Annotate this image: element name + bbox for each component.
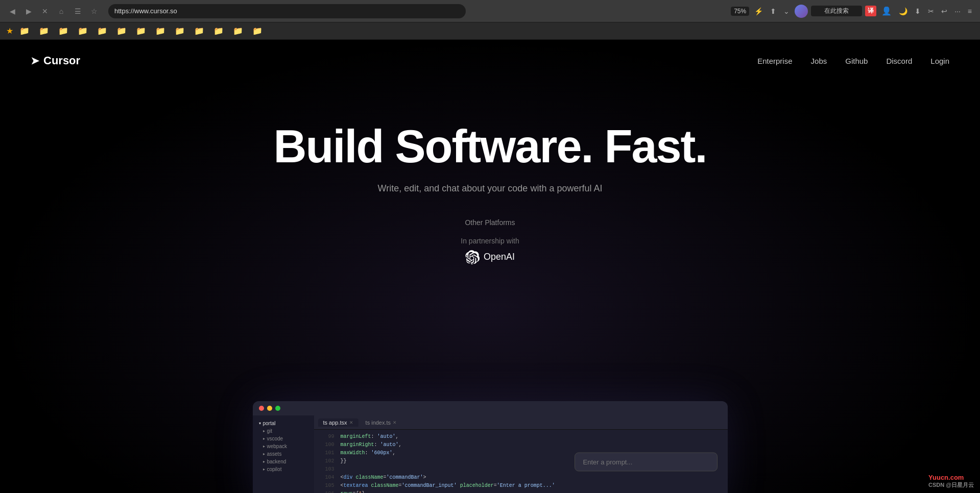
browser-topbar: ◀ ▶ ✕ ⌂ ☰ ☆ https://www.cursor.so 75% ⚡ … [0,0,980,22]
nav-discord[interactable]: Discord [886,57,912,65]
tab-app-tsx[interactable]: ts app.tsx ✕ [318,418,358,427]
folder-icon: 📁 [233,26,243,36]
line-number: 104 [320,474,334,482]
sidebar-label: copilot [267,466,282,472]
sidebar-item-git[interactable]: ▸ git [256,427,311,435]
ai-prompt-placeholder: Enter a prompt... [583,458,633,466]
ai-prompt-box[interactable]: Enter a prompt... [575,453,718,472]
sidebar-item-backend[interactable]: ▸ backend [256,458,311,465]
menu-button[interactable]: ≡ [966,6,974,16]
openai-icon [465,250,480,264]
chevron-right-icon: ▸ [263,452,265,456]
search-box[interactable]: 在此搜索 [811,6,862,16]
tab-close-icon[interactable]: ✕ [393,420,397,425]
code-line: 104 <div className='commandBar'> [314,474,728,482]
bookmark-item[interactable]: 📁 [191,25,207,37]
site-logo[interactable]: ➤ Cursor [31,54,80,67]
bookmark-item[interactable]: 📁 [133,25,149,37]
home-button[interactable]: ⌂ [55,5,67,17]
sidebar-item-webpack[interactable]: ▸ webpack [256,442,311,450]
code-text: maxWidth: '600px', [341,449,396,457]
folder-icon: 📁 [213,26,224,36]
tab-label: ts app.tsx [323,420,347,426]
code-line: 99 marginLeft: 'auto', [314,433,728,441]
bookmark-item[interactable]: 📁 [75,25,91,37]
line-number: 101 [320,449,334,457]
profile-icon[interactable]: 👤 [879,5,894,17]
chevron-right-icon: ▸ [263,467,265,472]
sidebar-label: backend [267,459,286,464]
bookmarks-button[interactable]: ☰ [71,5,84,17]
moon-icon[interactable]: 🌙 [897,6,910,16]
openai-logo[interactable]: OpenAI [465,250,515,264]
bookmark-star-icon[interactable]: ★ [6,26,13,36]
scissors-icon[interactable]: ✂ [926,6,936,16]
forward-button[interactable]: ▶ [22,5,35,17]
star-icon[interactable]: ☆ [88,5,100,17]
sidebar-item-copilot[interactable]: ▸ copilot [256,465,311,473]
bookmark-item[interactable]: 📁 [113,25,130,37]
bookmark-item[interactable]: 📁 [172,25,188,37]
close-button[interactable]: ✕ [39,5,51,17]
bookmarks-bar: ★ 📁 📁 📁 📁 📁 📁 📁 📁 📁 📁 📁 📁 📁 [0,22,980,40]
ide-body: ▾ portal ▸ git ▸ vscode ▸ webpack ▸ as [253,415,728,493]
folder-icon: 📁 [19,26,30,36]
browser-chrome: ◀ ▶ ✕ ⌂ ☰ ☆ https://www.cursor.so 75% ⚡ … [0,0,980,40]
back-button[interactable]: ◀ [6,5,18,17]
nav-jobs[interactable]: Jobs [811,57,827,65]
dropdown-icon[interactable]: ⌄ [781,6,792,16]
bookmark-item[interactable]: 📁 [210,25,227,37]
ide-close-dot[interactable] [259,406,264,411]
folder-icon: 📁 [175,26,185,36]
undo-icon[interactable]: ↩ [939,6,949,16]
line-number: 103 [320,465,334,474]
bookmark-item[interactable]: 📁 [16,25,33,37]
bookmark-item[interactable]: 📁 [36,25,52,37]
ide-tabs: ts app.tsx ✕ ts index.ts ✕ [314,415,728,430]
ide-maximize-dot[interactable] [275,406,280,411]
sidebar-item-vscode[interactable]: ▸ vscode [256,435,311,442]
address-bar[interactable]: https://www.cursor.so [108,4,466,18]
share-icon[interactable]: ⬆ [768,6,778,16]
more-button[interactable]: ··· [952,6,963,16]
ide-minimize-dot[interactable] [267,406,272,411]
tab-index-ts[interactable]: ts index.ts ✕ [361,418,402,427]
chevron-right-icon: ▸ [263,459,265,464]
bookmark-item[interactable]: 📁 [152,25,169,37]
folder-icon: 📁 [252,26,262,36]
hero-subtitle: Write, edit, and chat about your code wi… [378,183,603,194]
bookmark-item[interactable]: 📁 [249,25,266,37]
translate-button[interactable]: 译 [865,6,876,16]
hero-section: Build Software. Fast. Write, edit, and c… [0,82,980,264]
bookmark-item[interactable]: 📁 [55,25,71,37]
sidebar-item-portal[interactable]: ▾ portal [256,420,311,427]
partnership-label: In partnership with [461,237,519,245]
hero-title: Build Software. Fast. [273,122,706,171]
sidebar-label: vscode [267,436,283,441]
download-icon[interactable]: ⬇ [913,6,923,16]
other-platforms[interactable]: Other Platforms [465,218,515,227]
cursor-website: ➤ Cursor Enterprise Jobs Github Discord … [0,40,980,493]
code-text: }} [341,457,347,465]
nav-enterprise[interactable]: Enterprise [757,57,792,65]
bookmark-item[interactable]: 📁 [230,25,246,37]
folder-icon: 📁 [58,26,68,36]
logo-text: Cursor [43,54,80,67]
bookmark-item[interactable]: 📁 [94,25,110,37]
ide-editor: ts app.tsx ✕ ts index.ts ✕ 99 marginLeft… [314,415,728,493]
folder-icon: 📁 [155,26,165,36]
browser-actions: 75% ⚡ ⬆ ⌄ 在此搜索 译 👤 🌙 ⬇ ✂ ↩ ··· ≡ [731,5,974,18]
code-text: marginRight: 'auto', [341,441,402,449]
ai-prompt-overlay: Enter a prompt... [575,453,718,472]
tab-close-icon[interactable]: ✕ [349,420,353,425]
lightning-icon[interactable]: ⚡ [752,6,765,16]
sidebar-label: portal [263,421,276,426]
folder-icon: 📁 [116,26,127,36]
nav-github[interactable]: Github [845,57,868,65]
partnership-section: In partnership with OpenAI [461,237,519,264]
zoom-indicator: 75% [731,7,749,16]
nav-login[interactable]: Login [930,57,949,65]
code-line: 106 rows={1} [314,490,728,493]
sidebar-item-assets[interactable]: ▸ assets [256,450,311,458]
user-avatar[interactable] [795,5,808,18]
